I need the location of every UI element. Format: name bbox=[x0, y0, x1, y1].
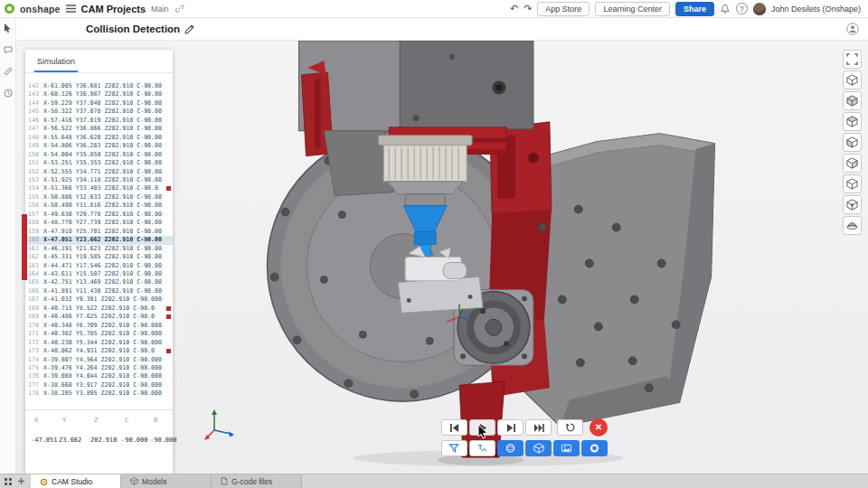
gcode-line-row[interactable]: 174 X-39.807 Y4.564 Z202.910 C-90.000 bbox=[25, 356, 173, 364]
view-cube-button-2[interactable] bbox=[843, 91, 862, 110]
gcode-line-row[interactable]: 154 X-51.366 Y33.403 Z202.910 C-90.0 bbox=[25, 184, 173, 192]
gcode-line-row[interactable]: 149 X-54.806 Y36.283 Z202.910 C-90.00 bbox=[25, 142, 173, 150]
gcode-line-row[interactable]: 168 X-40.715 Y8.522 Z202.910 C-90.0 bbox=[25, 305, 173, 313]
gcode-line-row[interactable]: 163 X-44.471 Y17.546 Z202.910 C-90.00 bbox=[25, 262, 173, 270]
gcode-line-row[interactable]: 162 X-45.331 Y19.585 Z202.910 C-90.00 bbox=[25, 253, 173, 261]
gcode-line-row[interactable]: 173 X-40.062 Y4.931 Z202.910 C-90.0 bbox=[25, 347, 173, 355]
gcode-line-row[interactable]: 161 X-46.191 Y21.623 Z202.910 C-90.00 bbox=[25, 245, 173, 253]
gcode-line-row[interactable]: 145 X-58.322 Y37.078 Z202.910 C-90.00 bbox=[25, 108, 173, 116]
comments-icon[interactable] bbox=[4, 46, 13, 54]
view-cube-button-4[interactable] bbox=[843, 133, 862, 152]
view-cube-button-6[interactable] bbox=[843, 174, 862, 193]
tab-manager-icon[interactable] bbox=[4, 477, 13, 486]
gcode-line-row[interactable]: 156 X-50.490 Y31.816 Z202.910 C-90.00 bbox=[25, 202, 173, 210]
replay-button[interactable] bbox=[557, 419, 583, 436]
gcode-line-row[interactable]: 175 X-39.476 Y4.264 Z202.910 C-90.000 bbox=[25, 364, 173, 372]
history-icon[interactable] bbox=[4, 89, 13, 98]
add-tab-icon[interactable] bbox=[17, 477, 25, 485]
share-button[interactable]: Share bbox=[675, 2, 714, 16]
gcode-line-row[interactable]: 172 X-40.230 Y5.344 Z202.910 C-90.000 bbox=[25, 339, 173, 347]
toolpath-trace-button[interactable] bbox=[469, 440, 495, 456]
main-menu-icon[interactable] bbox=[66, 5, 76, 13]
gcode-line-row[interactable]: 147 X-56.522 Y36.866 Z202.910 C-90.00 bbox=[25, 125, 173, 133]
gcode-line-row[interactable]: 151 X-53.251 Y35.353 Z202.910 C-90.00 bbox=[25, 159, 173, 167]
gcode-line-row[interactable]: 166 X-41.891 Y11.430 Z202.910 C-90.00 bbox=[25, 287, 173, 296]
gcode-line-row[interactable]: 143 X-60.126 Y36.987 Z202.910 C-90.00 bbox=[25, 90, 173, 99]
section-view-button[interactable] bbox=[843, 216, 862, 235]
snapshot-image-button[interactable] bbox=[553, 440, 580, 456]
onshape-logo-icon[interactable] bbox=[5, 4, 14, 14]
show-machine-button[interactable] bbox=[525, 440, 552, 456]
view-cube-button-1[interactable] bbox=[843, 70, 862, 89]
gcode-line-row[interactable]: 167 X-41.032 Y9.391 Z202.910 C-90.000 bbox=[25, 296, 173, 304]
gcode-line-row[interactable]: 157 X-49.630 Y29.778 Z202.910 C-90.00 bbox=[25, 211, 173, 219]
gcode-line-row[interactable]: 178 X-38.205 Y3.895 Z202.910 C-90.000 bbox=[25, 389, 173, 398]
collision-region-marker[interactable] bbox=[22, 214, 27, 280]
gcode-line-number: 161 bbox=[25, 245, 43, 253]
stop-collision-button[interactable]: ✕ bbox=[590, 418, 608, 436]
gcode-line-row[interactable]: 171 X-40.302 Y5.785 Z202.910 C-90.000 bbox=[25, 330, 173, 338]
page-title: Collision Detection bbox=[86, 23, 180, 34]
skip-to-end-button[interactable] bbox=[525, 419, 552, 436]
skip-to-start-button[interactable] bbox=[441, 419, 467, 436]
machine-simulation-graphic bbox=[172, 41, 841, 474]
gcode-line-number: 162 bbox=[25, 253, 43, 261]
gcode-line-row[interactable]: 176 X-39.088 Y4.044 Z202.910 C-90.000 bbox=[25, 372, 173, 380]
gcode-line-number: 167 bbox=[25, 296, 43, 304]
gcode-line-number: 151 bbox=[25, 159, 43, 167]
learning-center-button[interactable]: Learning Center bbox=[595, 2, 670, 16]
workspace-name[interactable]: Main bbox=[151, 5, 169, 14]
gcode-line-number: 168 bbox=[25, 305, 43, 313]
gcode-line-row[interactable]: 144 X-59.229 Y37.040 Z202.910 C-90.00 bbox=[25, 99, 173, 108]
play-button[interactable] bbox=[469, 419, 495, 436]
gcode-line-row[interactable]: 158 X-48.770 Y27.739 Z202.910 C-90.00 bbox=[25, 219, 173, 227]
tab-models[interactable]: Models bbox=[121, 474, 212, 488]
view-cube-button-3[interactable] bbox=[843, 112, 862, 131]
gcode-line-row[interactable]: 164 X-43.611 Y15.507 Z202.910 C-90.00 bbox=[25, 270, 173, 278]
gcode-line-row[interactable]: 146 X-57.416 Y37.019 Z202.910 C-90.00 bbox=[25, 117, 173, 125]
help-icon[interactable]: ? bbox=[736, 3, 748, 14]
gcode-line-row[interactable]: 170 X-40.348 Y6.709 Z202.910 C-90.000 bbox=[25, 322, 173, 330]
gcode-line-number: 160 bbox=[25, 236, 43, 244]
redo-icon[interactable]: ↷ bbox=[524, 4, 532, 14]
filter-tool-button[interactable] bbox=[441, 440, 467, 456]
edit-pencil-icon[interactable] bbox=[184, 24, 194, 34]
gcode-line-row[interactable]: 177 X-38.660 Y3.917 Z202.910 C-90.000 bbox=[25, 381, 173, 389]
gcode-line-row[interactable]: 152 X-52.555 Y34.771 Z202.910 C-90.00 bbox=[25, 168, 173, 176]
gcode-line-row[interactable]: 165 X-42.751 Y13.469 Z202.910 C-90.00 bbox=[25, 278, 173, 286]
gcode-line-row[interactable]: 148 X-55.648 Y36.620 Z202.910 C-90.00 bbox=[25, 134, 173, 142]
tab-gcode-files[interactable]: G-code files bbox=[212, 474, 302, 488]
undo-icon[interactable]: ↶ bbox=[510, 4, 518, 14]
gcode-line-row[interactable]: 150 X-54.004 Y35.859 Z202.910 C-90.00 bbox=[25, 151, 173, 159]
notifications-bell-icon[interactable] bbox=[720, 4, 731, 14]
gcode-line-text: X-42.751 Y13.469 Z202.910 C-90.00 bbox=[43, 278, 162, 286]
zoom-to-fit-button[interactable] bbox=[843, 50, 862, 69]
document-name[interactable]: CAM Projects bbox=[81, 4, 146, 14]
top-header: onshape CAM Projects Main ↶ ↷ App Store … bbox=[0, 0, 868, 18]
gcode-line-row[interactable]: 169 X-40.486 Y7.625 Z202.910 C-90.0 bbox=[25, 313, 173, 321]
gcode-line-text: X-50.490 Y31.816 Z202.910 C-90.00 bbox=[43, 202, 162, 210]
show-stock-button[interactable] bbox=[497, 440, 524, 456]
collision-target-button[interactable] bbox=[581, 440, 608, 456]
tab-cam-studio[interactable]: CAM Studio bbox=[31, 474, 121, 488]
link-icon[interactable] bbox=[175, 4, 184, 14]
view-cube-button-5[interactable] bbox=[843, 154, 862, 173]
app-store-button[interactable]: App Store bbox=[537, 2, 590, 16]
gcode-line-row[interactable]: 142 X-61.005 Y36.681 Z202.910 C-90.00 bbox=[25, 82, 173, 90]
gcode-line-row[interactable]: 159 X-47.910 Y25.701 Z202.910 C-90.00 bbox=[25, 228, 173, 236]
step-forward-button[interactable] bbox=[497, 419, 524, 436]
user-avatar[interactable] bbox=[753, 3, 766, 15]
coordinate-values: -47.05123.662202.910-90.000-90.000 bbox=[25, 436, 173, 444]
gcode-line-text: X-54.806 Y36.283 Z202.910 C-90.00 bbox=[43, 142, 162, 150]
measure-icon[interactable] bbox=[4, 67, 13, 76]
presence-user-icon[interactable] bbox=[846, 23, 859, 35]
gcode-line-row[interactable]: 160 X-47.051 Y23.662 Z202.910 C-90.00 bbox=[25, 236, 173, 244]
gcode-line-row[interactable]: 155 X-50.886 Y32.633 Z202.910 C-90.00 bbox=[25, 193, 173, 202]
tab-simulation[interactable]: Simulation bbox=[34, 50, 78, 72]
select-cursor-icon[interactable] bbox=[4, 23, 12, 33]
gcode-file-icon bbox=[221, 477, 228, 485]
view-cube-button-7[interactable] bbox=[843, 195, 862, 214]
gcode-line-text: X-39.476 Y4.264 Z202.910 C-90.000 bbox=[43, 364, 162, 372]
gcode-line-text: X-40.348 Y6.709 Z202.910 C-90.000 bbox=[43, 322, 162, 330]
gcode-line-row[interactable]: 153 X-51.925 Y34.118 Z202.910 C-90.00 bbox=[25, 176, 173, 184]
